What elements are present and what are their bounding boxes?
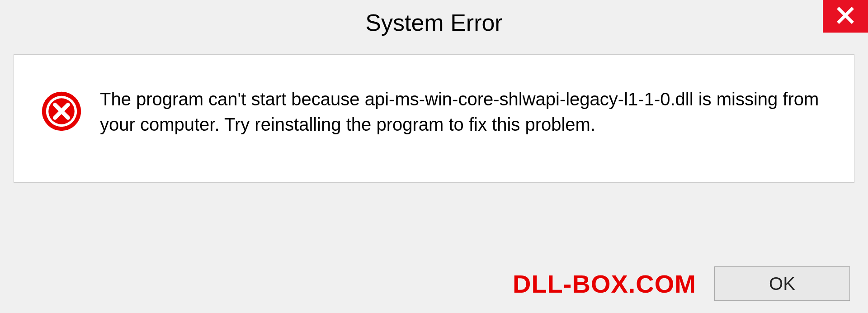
error-message: The program can't start because api-ms-w… [100, 86, 827, 137]
message-panel: The program can't start because api-ms-w… [14, 54, 854, 183]
dialog-footer: DLL-BOX.COM OK [0, 254, 868, 313]
dialog-title: System Error [365, 9, 502, 36]
close-button[interactable] [823, 0, 868, 33]
watermark-text: DLL-BOX.COM [513, 269, 696, 299]
ok-button[interactable]: OK [714, 266, 850, 301]
close-icon [836, 6, 854, 26]
title-bar: System Error [0, 0, 868, 45]
error-icon [41, 91, 82, 132]
